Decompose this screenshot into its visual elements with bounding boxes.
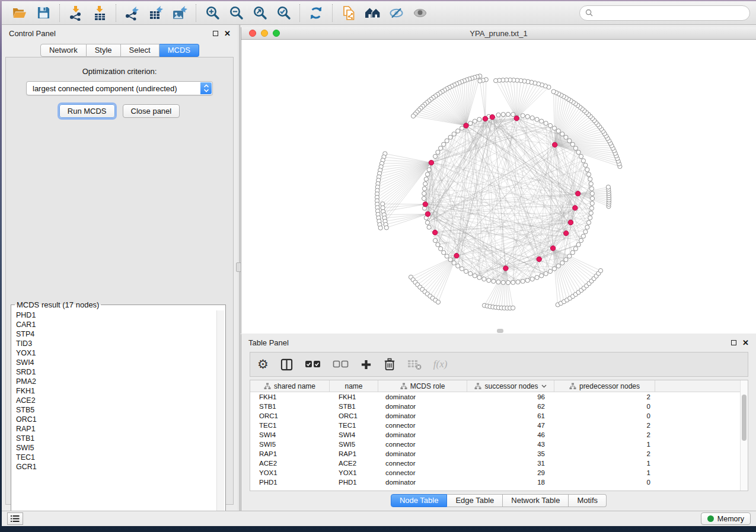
mcds-result-item[interactable]: PMA2	[16, 377, 215, 386]
network-view-window: YPA_prune.txt_1	[241, 27, 756, 334]
mcds-result-item[interactable]: PHD1	[16, 310, 215, 320]
cell-predecessor-nodes: 2	[554, 431, 655, 438]
criterion-dropdown[interactable]: largest connected component (undirected)	[26, 81, 213, 95]
delete-column-button[interactable]	[384, 358, 395, 371]
result-scrollbar[interactable]	[216, 310, 224, 518]
task-history-button[interactable]	[7, 512, 23, 525]
close-panel-icon[interactable]: ✕	[224, 30, 231, 37]
mcds-result-item[interactable]: STB1	[16, 434, 215, 443]
float-panel-icon[interactable]	[731, 340, 736, 345]
export-table-button[interactable]	[146, 4, 166, 23]
run-mcds-button[interactable]: Run MCDS	[59, 104, 115, 118]
tab-network-table[interactable]: Network Table	[503, 494, 569, 507]
cell-mcds-role: dominator	[378, 431, 467, 438]
column-header-name[interactable]: name	[330, 380, 378, 392]
add-column-button[interactable]	[361, 359, 372, 370]
mcds-result-item[interactable]: TEC1	[16, 453, 215, 462]
mcds-result-item[interactable]: SWI5	[16, 443, 215, 453]
column-visibility-button[interactable]	[280, 358, 293, 371]
cell-name: ORC1	[330, 412, 378, 419]
table-scrollbar[interactable]	[740, 380, 748, 491]
close-panel-button[interactable]: Close panel	[123, 104, 180, 118]
export-image-button[interactable]	[170, 4, 190, 23]
mcds-result-item[interactable]: FKH1	[16, 386, 215, 396]
mcds-result-item[interactable]: SRD1	[16, 367, 215, 377]
tab-mcds[interactable]: MCDS	[160, 44, 199, 57]
zoom-selected-button[interactable]	[273, 4, 294, 23]
select-all-button[interactable]	[305, 360, 321, 368]
delete-table-icon	[407, 359, 422, 370]
mcds-result-item[interactable]: TID3	[16, 339, 215, 348]
export-network-button[interactable]	[122, 4, 142, 23]
import-network-button[interactable]	[66, 4, 86, 23]
toolbar-divider	[59, 4, 60, 22]
mcds-result-item[interactable]: RAP1	[16, 424, 215, 434]
cell-mcds-role: dominator	[378, 412, 467, 419]
network-hscrollbar-thumb[interactable]	[497, 329, 503, 333]
table-scrollbar-thumb[interactable]	[742, 395, 747, 441]
deselect-all-button[interactable]	[333, 360, 349, 368]
zoom-out-button[interactable]	[226, 4, 246, 23]
export-image-icon	[172, 5, 187, 21]
tab-node-table[interactable]: Node Table	[391, 494, 448, 507]
cell-mcds-role: connector	[378, 469, 467, 476]
refresh-view-button[interactable]	[306, 4, 326, 23]
mcds-result-item[interactable]: CAR1	[16, 320, 215, 329]
main-area: Control Panel ✕ Network Style Select MCD…	[2, 25, 756, 511]
mcds-result-item[interactable]: STB5	[16, 405, 215, 415]
table-row[interactable]: SWI5 SWI5 connector 43 1	[250, 440, 748, 449]
search-input[interactable]	[596, 9, 744, 17]
mcds-result-item[interactable]: STP4	[16, 329, 215, 339]
mcds-result-item[interactable]: GCR1	[16, 462, 215, 472]
network-search-field[interactable]	[579, 5, 750, 21]
tab-motifs[interactable]: Motifs	[569, 494, 607, 507]
column-header-mcds-role[interactable]: MCDS role	[378, 380, 467, 392]
table-row[interactable]: YOX1 YOX1 connector 29 1	[250, 468, 748, 477]
table-row[interactable]: ORC1 ORC1 dominator 61 0	[250, 411, 748, 421]
first-neighbors-button[interactable]	[362, 4, 382, 23]
mcds-tab-content: Optimization criterion: largest connecte…	[5, 57, 234, 505]
table-row[interactable]: RAP1 RAP1 dominator 35 2	[250, 449, 748, 459]
export-table-icon	[148, 5, 164, 21]
network-canvas[interactable]	[242, 40, 756, 334]
save-session-button[interactable]	[33, 4, 53, 23]
delete-table-button[interactable]	[407, 359, 422, 370]
tab-network[interactable]: Network	[40, 44, 87, 57]
table-row[interactable]: STB1 STB1 dominator 62 0	[250, 402, 748, 411]
memory-button[interactable]: Memory	[701, 512, 751, 525]
cell-shared-name: TEC1	[250, 422, 330, 429]
float-panel-icon[interactable]	[213, 31, 218, 36]
table-row[interactable]: ACE2 ACE2 connector 31 1	[250, 459, 748, 468]
mcds-result-item[interactable]: ACE2	[16, 396, 215, 405]
table-tabs: Node Table Edge Table Network Table Moti…	[241, 494, 756, 507]
function-builder-button[interactable]: f(x)	[433, 358, 448, 370]
table-row[interactable]: FKH1 FKH1 dominator 96 2	[250, 392, 748, 402]
zoom-in-button[interactable]	[202, 4, 222, 23]
table-row[interactable]: TEC1 TEC1 connector 47 2	[250, 421, 748, 430]
mcds-result-list[interactable]: PHD1CAR1STP4TID3YOX1SWI4SRD1PMA2FKH1ACE2…	[14, 310, 215, 518]
hide-selected-button[interactable]	[386, 4, 406, 23]
cell-mcds-role: connector	[378, 460, 467, 467]
zoom-fit-button[interactable]	[250, 4, 270, 23]
import-table-button[interactable]	[90, 4, 110, 23]
cell-mcds-role: dominator	[378, 450, 467, 457]
table-row[interactable]: PHD1 PHD1 dominator 18 0	[250, 477, 748, 487]
mcds-result-item[interactable]: SWI4	[16, 358, 215, 367]
open-file-button[interactable]	[9, 4, 30, 23]
close-panel-icon[interactable]: ✕	[742, 339, 749, 347]
clone-network-button[interactable]	[339, 4, 359, 23]
zoom-fit-icon	[253, 5, 267, 20]
mcds-result-item[interactable]: ORC1	[16, 415, 215, 424]
tab-edge-table[interactable]: Edge Table	[447, 494, 503, 507]
table-settings-button[interactable]: ⚙	[257, 358, 269, 371]
cell-successor-nodes: 35	[467, 450, 554, 457]
tab-select[interactable]: Select	[121, 44, 160, 57]
network-window-titlebar[interactable]: YPA_prune.txt_1	[241, 27, 756, 40]
mcds-result-item[interactable]: YOX1	[16, 348, 215, 358]
show-all-button[interactable]	[410, 4, 430, 23]
column-header-shared-name[interactable]: shared name	[250, 380, 330, 392]
table-row[interactable]: SWI4 SWI4 dominator 46 2	[250, 430, 748, 440]
tab-style[interactable]: Style	[87, 44, 121, 57]
column-header-successor-nodes[interactable]: successor nodes	[467, 380, 554, 392]
column-header-predecessor-nodes[interactable]: predecessor nodes	[554, 380, 655, 392]
